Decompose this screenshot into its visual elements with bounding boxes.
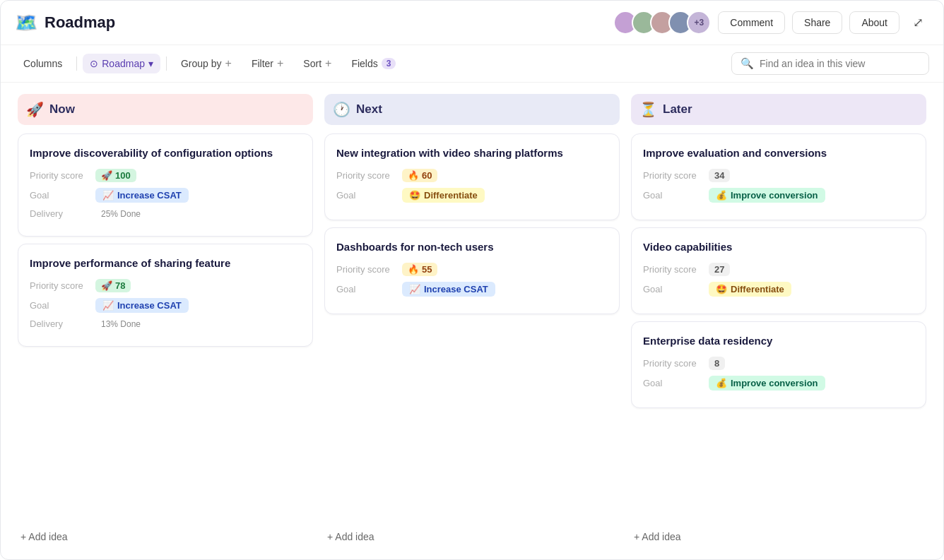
goal-icon: 🤩	[409, 190, 420, 201]
goal-icon: 💰	[716, 378, 727, 388]
goal-badge: 🤩 Differentiate	[709, 282, 791, 297]
priority-label: Priority score	[30, 280, 90, 291]
sort-button[interactable]: Sort +	[295, 52, 340, 75]
card-enterprise-data[interactable]: Enterprise data residency Priority score…	[631, 321, 926, 408]
column-later: ⏳ Later Improve evaluation and conversio…	[625, 94, 932, 551]
column-header-later: ⏳ Later	[631, 94, 926, 125]
roadmap-pill[interactable]: ⊙ Roadmap ▾	[83, 54, 160, 73]
goal-field: Goal 🤩 Differentiate	[643, 282, 914, 297]
add-idea-now[interactable]: + Add idea	[18, 523, 313, 551]
goal-label: Goal	[336, 284, 396, 294]
goal-field: Goal 📈 Increase CSAT	[336, 282, 608, 297]
toolbar-divider-1	[76, 56, 77, 71]
goal-icon: 🤩	[716, 284, 727, 294]
app-icon: 🗺️	[15, 12, 37, 34]
goal-icon: 💰	[716, 190, 727, 201]
priority-badge: 34	[709, 169, 730, 182]
delivery-bar: 25% Done	[95, 209, 141, 219]
priority-value: 55	[422, 264, 432, 275]
goal-badge: 📈 Increase CSAT	[95, 298, 189, 313]
delivery-field: Delivery 25% Done	[30, 208, 301, 219]
toolbar-divider-2	[166, 56, 167, 71]
search-box[interactable]: 🔍	[731, 52, 929, 75]
delivery-field: Delivery 13% Done	[30, 318, 301, 329]
goal-field: Goal 📈 Increase CSAT	[30, 298, 301, 313]
goal-label: Goal	[30, 300, 90, 311]
filter-label: Filter	[252, 58, 273, 69]
delivery-label: Delivery	[30, 318, 90, 329]
later-label: Later	[663, 102, 692, 117]
search-input[interactable]	[760, 58, 920, 69]
card-title: Improve discoverability of configuration…	[30, 145, 301, 160]
priority-badge: 🚀 78	[95, 279, 131, 292]
card-title: Enterprise data residency	[643, 333, 914, 348]
later-cards: Improve evaluation and conversions Prior…	[631, 133, 926, 520]
card-title: Dashboards for non-tech users	[336, 239, 608, 254]
priority-value: 34	[714, 170, 724, 181]
expand-button[interactable]: ⤢	[907, 11, 929, 34]
avatar-group: +3	[613, 11, 711, 35]
priority-value: 8	[714, 358, 719, 369]
goal-value: Increase CSAT	[424, 284, 488, 294]
column-now: 🚀 Now Improve discoverability of configu…	[12, 94, 319, 551]
priority-score-field: Priority score 34	[643, 169, 914, 182]
card-video-capabilities[interactable]: Video capabilities Priority score 27 Goa…	[631, 227, 926, 314]
priority-value: 27	[714, 264, 724, 275]
fields-badge: 3	[382, 58, 396, 69]
group-by-button[interactable]: Group by +	[172, 52, 240, 75]
roadmap-pill-chevron: ▾	[148, 58, 153, 69]
fields-button[interactable]: Fields 3	[343, 53, 404, 74]
card-video-integration[interactable]: New integration with video sharing platf…	[324, 133, 620, 220]
group-by-label: Group by	[181, 58, 222, 69]
goal-field: Goal 💰 Improve conversion	[643, 188, 914, 203]
share-button[interactable]: Share	[792, 11, 842, 34]
goal-value: Increase CSAT	[117, 300, 182, 311]
priority-badge: 8	[709, 357, 725, 370]
goal-field: Goal 🤩 Differentiate	[336, 188, 608, 203]
delivery-pct: 13% Done	[101, 319, 141, 329]
priority-icon: 🚀	[101, 170, 112, 181]
goal-value: Differentiate	[424, 190, 478, 201]
comment-button[interactable]: Comment	[718, 11, 785, 34]
next-icon: 🕐	[333, 101, 350, 118]
about-button[interactable]: About	[849, 11, 899, 34]
priority-score-field: Priority score 🚀 100	[30, 169, 301, 182]
priority-label: Priority score	[643, 358, 703, 369]
priority-badge: 🔥 60	[402, 169, 437, 182]
group-by-plus-icon: +	[225, 57, 232, 70]
header-right: +3 Comment Share About ⤢	[613, 11, 929, 35]
filter-button[interactable]: Filter +	[243, 52, 292, 75]
card-evaluation[interactable]: Improve evaluation and conversions Prior…	[631, 133, 926, 220]
avatar-more: +3	[687, 11, 711, 35]
now-label: Now	[49, 102, 75, 117]
board: 🚀 Now Improve discoverability of configu…	[1, 83, 943, 551]
goal-label: Goal	[643, 378, 703, 388]
card-dashboards[interactable]: Dashboards for non-tech users Priority s…	[324, 227, 620, 314]
roadmap-pill-label: Roadmap	[102, 58, 145, 69]
card-improve-performance[interactable]: Improve performance of sharing feature P…	[18, 244, 313, 347]
card-improve-discoverability[interactable]: Improve discoverability of configuration…	[18, 133, 313, 237]
now-cards: Improve discoverability of configuration…	[18, 133, 313, 520]
delivery-bar: 13% Done	[95, 319, 141, 329]
card-title: Improve evaluation and conversions	[643, 145, 914, 160]
card-title: New integration with video sharing platf…	[336, 145, 608, 160]
goal-label: Goal	[30, 190, 90, 201]
goal-value: Improve conversion	[731, 378, 818, 388]
roadmap-pill-check: ⊙	[90, 58, 98, 69]
add-idea-next[interactable]: + Add idea	[324, 523, 620, 551]
priority-label: Priority score	[643, 264, 703, 275]
now-icon: 🚀	[26, 101, 44, 118]
priority-badge: 27	[709, 263, 730, 276]
goal-badge: 📈 Increase CSAT	[95, 188, 189, 203]
goal-value: Increase CSAT	[117, 190, 182, 201]
goal-icon: 📈	[102, 190, 114, 201]
add-idea-later[interactable]: + Add idea	[631, 523, 926, 551]
priority-badge: 🚀 100	[95, 169, 136, 182]
goal-value: Improve conversion	[731, 190, 818, 201]
columns-button[interactable]: Columns	[15, 53, 71, 74]
later-icon: ⏳	[639, 101, 657, 118]
header: 🗺️ Roadmap +3 Comment Share About ⤢	[1, 1, 943, 45]
goal-field: Goal 📈 Increase CSAT	[30, 188, 301, 203]
card-title: Video capabilities	[643, 239, 914, 254]
priority-icon: 🚀	[101, 280, 112, 291]
